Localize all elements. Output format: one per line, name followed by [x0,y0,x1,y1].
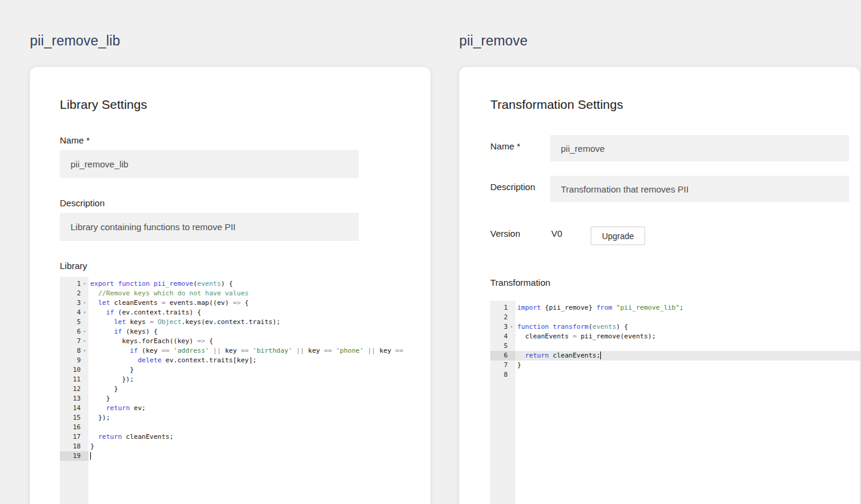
fold-icon[interactable]: ▾ [81,346,88,356]
name-label: Name * [60,135,90,145]
line-number[interactable]: 7▾ [60,337,88,346]
code-line-text: return cleanEvents; [88,432,173,442]
code-line-text: function transform(events) { [515,322,628,332]
fold-spacer [81,365,88,375]
fold-spacer [508,361,515,370]
code-line-text: }); [88,413,110,423]
code-line[interactable]: 6 return cleanEvents; [490,351,860,361]
line-number-text: 5 [60,317,81,327]
line-number[interactable]: 12 [60,384,88,394]
code-line[interactable]: 6▾ if (keys) { [60,327,430,337]
code-line[interactable]: 7▾ keys.forEach((key) => { [60,337,430,346]
line-number-text: 5 [490,341,508,351]
line-number-text: 8 [60,346,81,356]
fold-icon[interactable]: ▾ [508,322,515,332]
line-number[interactable]: 4▾ [60,308,88,317]
code-line[interactable]: 17 return cleanEvents; [60,432,430,442]
line-number[interactable]: 18 [60,442,88,451]
code-line[interactable]: 9 delete ev.context.traits[key]; [60,356,430,365]
fold-spacer [81,423,88,432]
line-number[interactable]: 2 [60,289,88,298]
line-number[interactable]: 5 [490,341,515,351]
text-cursor [600,352,601,359]
line-number[interactable]: 9 [60,356,88,365]
line-number[interactable]: 3▾ [490,322,515,332]
fold-spacer [81,289,88,298]
line-number-text: 2 [60,289,81,298]
upgrade-button[interactable]: Upgrade [591,227,645,245]
line-number[interactable]: 11 [60,375,88,384]
line-number[interactable]: 7 [490,361,515,370]
code-line-text: //Remove keys which do not have values [88,289,249,298]
code-line[interactable]: 13 } [60,394,430,404]
line-number[interactable]: 15 [60,413,88,423]
library-code-editor[interactable]: 1▾export function pii_remove(events) {2 … [60,277,430,504]
code-line[interactable]: 5 [490,341,860,351]
line-number-text: 4 [490,332,508,341]
code-line[interactable]: 4▾ if (ev.context.traits) { [60,308,430,317]
fold-spacer [508,341,515,351]
description-input[interactable] [60,213,359,241]
code-line[interactable]: 5 let keys = Object.keys(ev.context.trai… [60,317,430,327]
name-input[interactable] [550,135,849,161]
line-number-text: 8 [490,370,508,380]
line-number-text: 14 [60,404,81,413]
code-line-text [515,313,517,322]
code-line[interactable]: 14 return ev; [60,404,430,413]
line-number-text: 2 [490,313,508,322]
line-number[interactable]: 5 [60,317,88,327]
code-line[interactable]: 7} [490,361,860,370]
line-number[interactable]: 8▾ [60,346,88,356]
code-line[interactable]: 1import {pii_remove} from "pii_remove_li… [490,303,860,313]
fold-icon[interactable]: ▾ [81,308,88,317]
transformation-code-editor[interactable]: 1import {pii_remove} from "pii_remove_li… [490,301,860,504]
line-number[interactable]: 10 [60,365,88,375]
name-input[interactable] [60,150,359,178]
code-line[interactable]: 10 } [60,365,430,375]
line-number[interactable]: 14 [60,404,88,413]
code-line[interactable]: 2 //Remove keys which do not have values [60,289,430,298]
code-line[interactable]: 3▾ let cleanEvents = events.map((ev) => … [60,298,430,308]
fold-spacer [508,313,515,322]
code-line-text: return cleanEvents; [515,351,601,361]
code-line-text: } [515,361,521,370]
code-line[interactable]: 18} [60,442,430,451]
code-line[interactable]: 4 cleanEvents = pii_remove(events); [490,332,860,341]
code-line[interactable]: 8▾ if (key == 'address' || key == 'birth… [60,346,430,356]
code-line[interactable]: 1▾export function pii_remove(events) { [60,279,430,289]
code-line[interactable]: 2 [490,313,860,322]
code-line[interactable]: 8 [490,370,860,380]
line-number[interactable]: 8 [490,370,515,380]
description-input[interactable] [550,176,849,202]
line-number[interactable]: 1▾ [60,279,88,289]
fold-icon[interactable]: ▾ [81,327,88,337]
line-number[interactable]: 16 [60,423,88,432]
line-number[interactable]: 3▾ [60,298,88,308]
line-number[interactable]: 19 [60,451,88,461]
fold-icon[interactable]: ▾ [81,279,88,289]
code-line[interactable]: 15 }); [60,413,430,423]
fold-spacer [81,413,88,423]
line-number[interactable]: 4 [490,332,515,341]
line-number-text: 6 [60,327,81,337]
line-number[interactable]: 1 [490,303,515,313]
fold-icon[interactable]: ▾ [81,298,88,308]
line-number[interactable]: 6▾ [60,327,88,337]
line-number[interactable]: 17 [60,432,88,442]
code-line[interactable]: 19 [60,451,430,461]
code-line[interactable]: 11 }); [60,375,430,384]
code-line[interactable]: 12 } [60,384,430,394]
line-number[interactable]: 6 [490,351,515,361]
code-line[interactable]: 3▾function transform(events) { [490,322,860,332]
line-number-text: 12 [60,384,81,394]
code-line-text: } [88,442,94,451]
code-line[interactable]: 16 [60,423,430,432]
code-line-text: } [88,384,118,394]
line-number-text: 11 [60,375,81,384]
line-number[interactable]: 2 [490,313,515,322]
transformation-settings-heading: Transformation Settings [490,97,623,112]
fold-icon[interactable]: ▾ [81,337,88,346]
fold-spacer [508,332,515,341]
line-number[interactable]: 13 [60,394,88,404]
line-number-text: 13 [60,394,81,404]
